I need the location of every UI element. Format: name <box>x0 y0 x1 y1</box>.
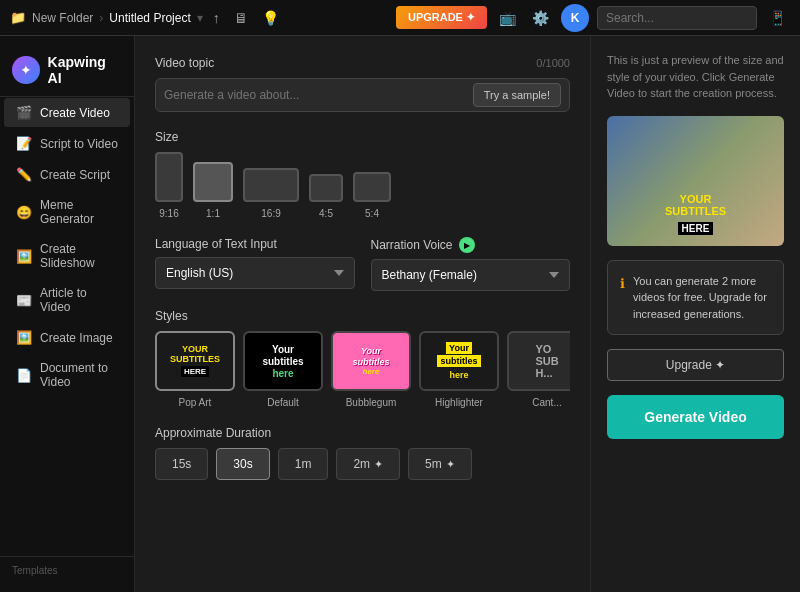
sidebar-item-label: Document to Video <box>40 361 118 389</box>
lightbulb-button[interactable]: 💡 <box>258 6 283 30</box>
duration-30s[interactable]: 30s <box>216 448 269 480</box>
play-icon[interactable]: ▶ <box>459 237 475 253</box>
sidebar-item-meme-generator[interactable]: 😄 Meme Generator <box>4 191 130 233</box>
sidebar-item-create-slideshow[interactable]: 🖼️ Create Slideshow <box>4 235 130 277</box>
style-preview-bubblegum: Yoursubtitles here <box>352 346 389 377</box>
styles-section: Styles YOURSUBTITLES HERE Pop Art <box>155 309 570 408</box>
styles-label: Styles <box>155 309 570 323</box>
generate-video-button[interactable]: Generate Video <box>607 395 784 439</box>
sample-button[interactable]: Try a sample! <box>473 83 561 107</box>
templates-label: Templates <box>12 565 58 576</box>
style-thumb-bubblegum: Yoursubtitles here <box>331 331 411 391</box>
size-option-169[interactable]: 16:9 <box>243 168 299 219</box>
size-label-text: Size <box>155 130 178 144</box>
topic-input[interactable] <box>164 88 465 102</box>
duration-2m[interactable]: 2m ✦ <box>336 448 400 480</box>
size-option-11[interactable]: 1:1 <box>193 162 233 219</box>
duration-options: 15s 30s 1m 2m ✦ 5m ✦ <box>155 448 570 480</box>
sidebar-item-create-video[interactable]: 🎬 Create Video <box>4 98 130 127</box>
size-thumb-916 <box>155 152 183 202</box>
slideshow-icon: 🖼️ <box>16 249 32 264</box>
video-preview: YOUR SUBTITLES HERE <box>607 116 784 246</box>
style-preview-highlighter: Your subtitles here <box>437 342 480 379</box>
language-select[interactable]: English (US) Spanish French <box>155 257 355 289</box>
style-option-default[interactable]: Yoursubtitles here Default <box>243 331 323 408</box>
meme-icon: 😄 <box>16 205 32 220</box>
sidebar-item-label: Article to Video <box>40 286 118 314</box>
preview-subtitle: YOUR SUBTITLES HERE <box>665 193 726 235</box>
sidebar-item-create-script[interactable]: ✏️ Create Script <box>4 160 130 189</box>
language-label-text: Language of Text Input <box>155 237 277 251</box>
styles-options: YOURSUBTITLES HERE Pop Art Yoursubtitles… <box>155 331 570 408</box>
size-thumb-11 <box>193 162 233 202</box>
upgrade-button[interactable]: UPGRADE ✦ <box>396 6 487 29</box>
monitor-icon-button[interactable]: 📺 <box>495 6 520 30</box>
sidebar-item-article-to-video[interactable]: 📰 Article to Video <box>4 279 130 321</box>
phone-button[interactable]: 📱 <box>765 6 790 30</box>
duration-5m[interactable]: 5m ✦ <box>408 448 472 480</box>
style-thumb-pop-art: YOURSUBTITLES HERE <box>155 331 235 391</box>
avatar-button[interactable]: K <box>561 4 589 32</box>
duration-1m-label: 1m <box>295 457 312 471</box>
size-option-45[interactable]: 4:5 <box>309 174 343 219</box>
main-area: ✦ Kapwing AI 🎬 Create Video 📝 Script to … <box>0 36 800 592</box>
sidebar-bottom-templates: Templates <box>0 556 134 584</box>
duration-30s-label: 30s <box>233 457 252 471</box>
duration-1m[interactable]: 1m <box>278 448 329 480</box>
char-count: 0/1000 <box>536 57 570 69</box>
duration-15s[interactable]: 15s <box>155 448 208 480</box>
share-button[interactable]: ↑ <box>209 6 224 30</box>
video-preview-bg: YOUR SUBTITLES HERE <box>607 116 784 246</box>
sidebar-item-script-to-video[interactable]: 📝 Script to Video <box>4 129 130 158</box>
preview-subtitles-text: SUBTITLES <box>665 205 726 217</box>
style-option-cant[interactable]: YOSUBH... Cant... <box>507 331 570 408</box>
breadcrumb: 📁 New Folder › Untitled Project ▾ ↑ 🖥 💡 <box>10 6 388 30</box>
duration-label: Approximate Duration <box>155 426 570 440</box>
sidebar-item-document-to-video[interactable]: 📄 Document to Video <box>4 354 130 396</box>
sidebar-item-label: Meme Generator <box>40 198 118 226</box>
project-name: Untitled Project <box>109 11 190 25</box>
style-preview-pop-art: YOURSUBTITLES HERE <box>170 345 220 378</box>
style-option-highlighter[interactable]: Your subtitles here Highlighter <box>419 331 499 408</box>
monitor-button[interactable]: 🖥 <box>230 6 252 30</box>
upgrade-notice-text: You can generate 2 more videos for free.… <box>633 273 771 323</box>
style-option-pop-art[interactable]: YOURSUBTITLES HERE Pop Art <box>155 331 235 408</box>
size-label-54: 5:4 <box>365 208 379 219</box>
topic-input-row: Try a sample! <box>155 78 570 112</box>
size-label: Size <box>155 130 570 144</box>
folder-name: New Folder <box>32 11 93 25</box>
sidebar-item-create-image[interactable]: 🖼️ Create Image <box>4 323 130 352</box>
style-label-highlighter: Highlighter <box>435 397 483 408</box>
style-label-default: Default <box>267 397 299 408</box>
style-thumb-default: Yoursubtitles here <box>243 331 323 391</box>
kapwing-ai-header: ✦ Kapwing AI <box>0 44 134 97</box>
style-thumb-cant: YOSUBH... <box>507 331 570 391</box>
sidebar-item-label: Create Image <box>40 331 113 345</box>
size-label-169: 16:9 <box>261 208 280 219</box>
upgrade-panel-button[interactable]: Upgrade ✦ <box>607 349 784 381</box>
search-input[interactable] <box>597 6 757 30</box>
upgrade-notice: ℹ You can generate 2 more videos for fre… <box>607 260 784 336</box>
styles-label-text: Styles <box>155 309 188 323</box>
sidebar-item-label: Create Video <box>40 106 110 120</box>
kapwing-title: Kapwing AI <box>48 54 122 86</box>
sidebar-item-label: Create Script <box>40 168 110 182</box>
size-label-11: 1:1 <box>206 208 220 219</box>
preview-here-text: HERE <box>678 222 714 235</box>
style-label-bubblegum: Bubblegum <box>346 397 397 408</box>
language-col: Language of Text Input English (US) Span… <box>155 237 355 291</box>
create-video-icon: 🎬 <box>16 105 32 120</box>
size-option-54[interactable]: 5:4 <box>353 172 391 219</box>
narration-col: Narration Voice ▶ Bethany (Female) James… <box>371 237 571 291</box>
video-topic-label: Video topic <box>155 56 214 70</box>
style-option-bubblegum[interactable]: Yoursubtitles here Bubblegum <box>331 331 411 408</box>
settings-button[interactable]: ⚙️ <box>528 6 553 30</box>
breadcrumb-separator: › <box>99 11 103 25</box>
info-icon: ℹ <box>620 274 625 294</box>
narration-select[interactable]: Bethany (Female) James (Male) Sofia (Fem… <box>371 259 571 291</box>
lang-voice-row: Language of Text Input English (US) Span… <box>155 237 570 291</box>
size-option-916[interactable]: 9:16 <box>155 152 183 219</box>
document-icon: 📄 <box>16 368 32 383</box>
image-icon: 🖼️ <box>16 330 32 345</box>
style-label-pop-art: Pop Art <box>179 397 212 408</box>
